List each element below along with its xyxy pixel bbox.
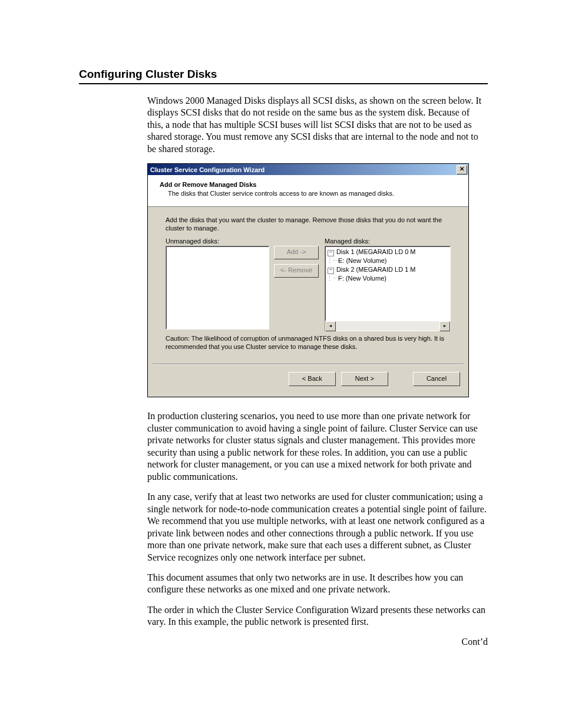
dialog-instruction: Add the disks that you want the cluster … xyxy=(166,216,451,233)
scroll-left-icon[interactable]: ◂ xyxy=(325,321,336,331)
managed-label: Managed disks: xyxy=(325,238,451,245)
body-paragraph: The order in which the Cluster Service C… xyxy=(147,604,488,628)
tree-item-disk1-vol[interactable]: ⋮⋯E: (New Volume) xyxy=(326,256,449,265)
add-button[interactable]: Add -> xyxy=(274,246,319,259)
caution-text: Caution: The likelihood of corruption of… xyxy=(166,335,451,351)
cancel-button[interactable]: Cancel xyxy=(413,372,460,386)
scroll-right-icon[interactable]: ▸ xyxy=(439,321,450,331)
unmanaged-listbox[interactable] xyxy=(166,246,269,330)
tree-item-disk2[interactable]: −Disk 2 (MEGARAID LD 1 M xyxy=(326,265,449,274)
collapse-icon[interactable]: − xyxy=(328,250,334,256)
dialog-header: Add or Remove Managed Disks The disks th… xyxy=(148,175,468,207)
unmanaged-label: Unmanaged disks: xyxy=(166,238,269,245)
managed-treebox[interactable]: −Disk 1 (MEGARAID LD 0 M ⋮⋯E: (New Volum… xyxy=(325,246,451,331)
remove-button[interactable]: <- Remove xyxy=(274,264,319,278)
body-paragraph: In production clustering scenarios, you … xyxy=(147,410,488,483)
dialog-subheading: The disks that Cluster service controls … xyxy=(160,190,457,197)
horizontal-scrollbar[interactable]: ◂ ▸ xyxy=(325,321,450,331)
continued-marker: Cont’d xyxy=(147,637,488,647)
dialog-heading: Add or Remove Managed Disks xyxy=(160,181,457,188)
dialog-titlebar: Cluster Service Configuration Wizard ✕ xyxy=(148,164,468,175)
next-button[interactable]: Next > xyxy=(341,372,388,386)
back-button[interactable]: < Back xyxy=(289,372,336,386)
tree-item-disk2-vol[interactable]: ⋮⋯F: (New Volume) xyxy=(326,274,449,283)
collapse-icon[interactable]: − xyxy=(328,268,334,274)
intro-paragraph: Windows 2000 Managed Disks displays all … xyxy=(147,95,488,155)
tree-item-disk1[interactable]: −Disk 1 (MEGARAID LD 0 M xyxy=(326,248,449,256)
dialog-title: Cluster Service Configuration Wizard xyxy=(150,166,265,173)
close-icon[interactable]: ✕ xyxy=(457,165,467,174)
body-paragraph: This document assumes that only two netw… xyxy=(147,572,488,596)
wizard-dialog: Cluster Service Configuration Wizard ✕ A… xyxy=(147,163,469,397)
section-heading: Configuring Cluster Disks xyxy=(79,68,488,84)
body-paragraph: In any case, verify that at least two ne… xyxy=(147,491,488,564)
